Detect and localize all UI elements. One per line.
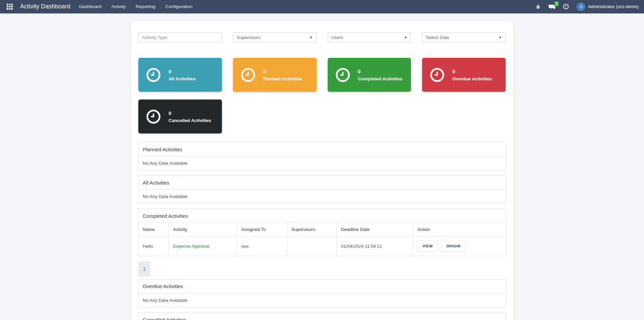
col-deadline-date: Deadline Date: [337, 223, 413, 236]
pagination: 1: [138, 261, 506, 277]
stat-label: Completed Activities: [358, 76, 403, 81]
stat-count: 0: [169, 110, 211, 116]
card-overdue-activities[interactable]: 0 Overdue Activities: [422, 58, 506, 92]
main-nav: Dashboard Activity Reporting Configurati…: [79, 4, 193, 9]
clock-icon: [146, 109, 161, 124]
page-1-button[interactable]: 1: [138, 261, 150, 277]
activity-link[interactable]: Expense Approval: [173, 244, 210, 249]
stat-cards: 0 All Activities 0 Planned Activities: [138, 58, 506, 133]
col-assigned-to: Assigned To: [237, 223, 287, 236]
clock-icon: [429, 67, 445, 83]
empty-message: No Any Data Available: [139, 190, 505, 203]
section-title: Planned Activities: [139, 143, 505, 156]
messages-icon[interactable]: 1: [548, 4, 555, 10]
stat-count: 0: [358, 69, 403, 74]
completed-activities-panel: Completed Activities Name Activity Assig…: [138, 209, 506, 256]
nav-item-reporting[interactable]: Reporting: [136, 4, 155, 9]
card-cancelled-activities[interactable]: 0 Cancelled Activities: [138, 99, 222, 133]
completed-activities-table: Name Activity Assigned To Supervisors De…: [139, 223, 505, 256]
chevron-down-icon: ▼: [499, 36, 502, 39]
chevron-down-icon: ▼: [404, 36, 407, 39]
clock-icon[interactable]: [563, 3, 569, 10]
col-activity: Activity: [169, 223, 237, 236]
supervisors-dropdown[interactable]: Supervisors ▼: [233, 32, 317, 42]
cell-assigned-to: ceo: [237, 236, 287, 256]
activity-type-input[interactable]: [138, 32, 222, 42]
cell-deadline-date: 01/04/2024 11:54:21: [337, 236, 413, 256]
filter-row: Supervisors ▼ Users ▼ Select Date ▼: [138, 32, 506, 42]
navbar-right: 1 A Administrator (scs-demo): [535, 2, 639, 11]
origin-button[interactable]: ORIGIN: [441, 241, 466, 251]
stat-count: 0: [263, 69, 302, 74]
row-actions: VIEW ORIGIN: [417, 237, 501, 256]
apps-grid-icon[interactable]: [7, 4, 13, 10]
card-all-activities[interactable]: 0 All Activities: [138, 58, 222, 92]
supervisors-dropdown-label: Supervisors: [237, 35, 261, 40]
stat-count: 0: [452, 69, 492, 74]
section-title: All Activities: [139, 176, 505, 190]
col-name: Name: [139, 223, 169, 236]
nav-item-activity[interactable]: Activity: [111, 4, 126, 9]
card-completed-activities[interactable]: 0 Completed Activities: [328, 58, 411, 92]
section-title: Completed Activities: [139, 209, 505, 223]
dashboard-content: Supervisors ▼ Users ▼ Select Date ▼ 0 Al…: [131, 21, 513, 320]
cell-supervisors: [287, 236, 336, 256]
empty-message: No Any Data Available: [139, 156, 505, 170]
section-title: Overdue Activities: [139, 280, 505, 293]
user-name: Administrator (scs-demo): [588, 4, 639, 9]
stat-label: Planned Activities: [263, 76, 302, 81]
view-button[interactable]: VIEW: [417, 241, 438, 251]
user-avatar: A: [577, 2, 585, 11]
date-dropdown[interactable]: Select Date ▼: [422, 32, 506, 42]
nav-item-dashboard[interactable]: Dashboard: [79, 4, 101, 9]
card-planned-activities[interactable]: 0 Planned Activities: [233, 58, 317, 92]
clock-icon: [146, 67, 161, 83]
cancelled-activities-panel: Cancelled Activities: [138, 313, 506, 320]
planned-activities-panel: Planned Activities No Any Data Available: [138, 142, 506, 170]
chevron-down-icon: ▼: [310, 36, 313, 39]
bug-icon[interactable]: [535, 4, 541, 9]
table-row: Hello Expense Approval ceo 01/04/2024 11…: [139, 236, 505, 256]
section-title: Cancelled Activities: [139, 313, 505, 320]
empty-message: No Any Data Available: [139, 293, 505, 307]
col-action: Action: [413, 223, 505, 236]
date-dropdown-label: Select Date: [426, 35, 449, 40]
stat-label: Cancelled Activities: [169, 118, 211, 123]
stat-label: All Activities: [169, 76, 196, 81]
stat-count: 0: [169, 69, 196, 74]
stat-label: Overdue Activities: [452, 76, 492, 81]
clock-icon: [335, 67, 351, 83]
all-activities-panel: All Activities No Any Data Available: [138, 175, 506, 204]
cell-name: Hello: [139, 236, 169, 256]
navbar: Activity Dashboard Dashboard Activity Re…: [0, 0, 644, 13]
message-count-badge: 1: [554, 1, 559, 6]
user-menu[interactable]: A Administrator (scs-demo): [577, 2, 639, 11]
nav-item-configuration[interactable]: Configuration: [166, 4, 192, 9]
app-title: Activity Dashboard: [20, 3, 71, 10]
users-dropdown[interactable]: Users ▼: [328, 32, 411, 42]
users-dropdown-label: Users: [331, 35, 343, 40]
table-header-row: Name Activity Assigned To Supervisors De…: [139, 223, 505, 236]
col-supervisors: Supervisors: [287, 223, 336, 236]
clock-icon: [240, 67, 256, 83]
overdue-activities-panel: Overdue Activities No Any Data Available: [138, 279, 506, 308]
